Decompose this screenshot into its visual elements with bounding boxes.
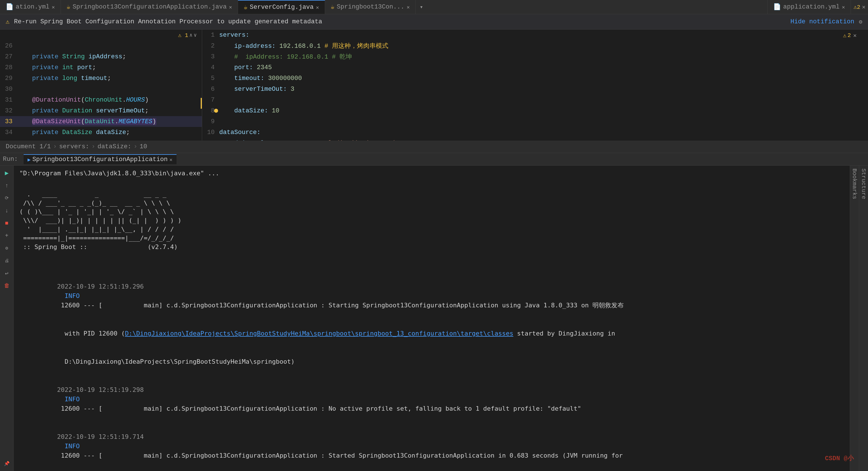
close-icon[interactable]: ✕ xyxy=(52,4,55,10)
settings-icon[interactable]: ✕ xyxy=(862,3,865,10)
console-spacer2 xyxy=(19,269,844,272)
tab-application-yml-right[interactable]: 📄 application.yml ✕ xyxy=(767,0,851,14)
run-settings-button[interactable]: ⚙ xyxy=(2,243,12,253)
log-line-3: 2022-10-19 12:51:19.714 INFO 12600 --- [… xyxy=(19,422,844,470)
yaml-line-1: 1 servers: xyxy=(202,30,868,40)
close-icon[interactable]: ✕ xyxy=(316,4,319,10)
log-level-1: INFO xyxy=(57,292,80,300)
tab-bar: 📄 ation.yml ✕ ☕ Springboot13Configuratio… xyxy=(0,0,868,14)
run-toolbar: ▶ ↑ ⟳ ↓ ■ + ⚙ 🖨 ↩ 🗑 📌 xyxy=(0,166,14,471)
csdn-watermark: CSDN @小 xyxy=(825,454,854,463)
console-output[interactable]: "D:\Program Files\Java\jdk1.8.0_333\bin\… xyxy=(14,166,850,471)
structure-panel: Structure xyxy=(859,166,868,471)
breadcrumb-part-1: Document 1/1 xyxy=(6,143,51,150)
console-spacer xyxy=(19,178,844,181)
code-line-35: 35 xyxy=(0,138,202,140)
spring-banner-art: . ____ _ __ _ _ /\\ / ___'_ __ _ _(_)_ _… xyxy=(19,190,844,252)
log-msg-2: 12600 --- [ main] c.d.Springboot13Config… xyxy=(57,405,581,412)
code-line-32: 32 private Duration serverTimeOut; xyxy=(0,105,202,116)
run-tab-icon: ▶ xyxy=(28,157,31,163)
log-level-2: INFO xyxy=(57,396,80,403)
breadcrumb-part-3: dataSize: xyxy=(97,143,131,150)
yaml-line-5: 5 timeout: 300000000 xyxy=(202,73,868,84)
close-icon[interactable]: ✕ xyxy=(229,4,232,10)
run-tab-bar: Run: ▶ Springboot13ConfigurationApplicat… xyxy=(0,153,868,166)
tab-application-yml-partial[interactable]: 📄 ation.yml ✕ xyxy=(0,0,61,14)
run-label: Run: xyxy=(3,156,23,163)
breadcrumb-sep-2: › xyxy=(91,143,95,150)
java-icon: ☕ xyxy=(244,3,247,11)
main-layout: 📄 ation.yml ✕ ☕ Springboot13Configuratio… xyxy=(0,0,868,471)
scroll-warning-marker xyxy=(201,98,202,109)
bottom-panel: Run: ▶ Springboot13ConfigurationApplicat… xyxy=(0,153,868,471)
run-rerun-button[interactable]: ⟳ xyxy=(2,193,12,203)
breadcrumb-sep-3: › xyxy=(133,143,137,150)
yaml-editor[interactable]: ⚠ 2 ✕ 1 servers: 2 ip-address: 192.168.0… xyxy=(202,30,868,140)
run-clear-button[interactable]: 🗑 xyxy=(2,281,12,291)
project-path-link[interactable]: D:\DingJiaxiong\IdeaProjects\SpringBootS… xyxy=(125,330,513,337)
run-back-button[interactable]: ↩ xyxy=(2,268,12,278)
yaml-line-9: 9 xyxy=(202,116,868,127)
bookmarks-label[interactable]: Bookmarks xyxy=(851,166,858,202)
code-line-29: 29 private long timeout; xyxy=(0,73,202,84)
log-date-3: 2022-10-19 12:51:19.714 xyxy=(57,433,144,440)
tab-server-config[interactable]: ☕ ServerConfig.java ✕ xyxy=(238,0,325,14)
warning-nav-up[interactable]: ∧ xyxy=(189,32,192,38)
code-line-28: 28 private int port; xyxy=(0,62,202,73)
code-line-27: 27 private String ipAddress; xyxy=(0,51,202,62)
run-scroll-up-button[interactable]: ↑ xyxy=(2,181,12,191)
tab-label: ation.yml xyxy=(16,3,50,10)
warning-icon: ⚠ xyxy=(843,32,846,39)
java-icon: ☕ xyxy=(331,3,335,11)
run-pin-button[interactable]: 📌 xyxy=(2,459,12,469)
notification-gear-icon[interactable]: ⚙ xyxy=(859,18,862,25)
tab-label: application.yml xyxy=(783,3,840,10)
close-icon[interactable]: ✕ xyxy=(842,4,845,10)
structure-label[interactable]: Structure xyxy=(860,166,867,202)
code-line-26: 26 xyxy=(0,40,202,51)
log-line-1c: D:\DingJiaxiong\IdeaProjects\SpringBootS… xyxy=(19,347,844,376)
tab-label: ServerConfig.java xyxy=(250,4,313,11)
yaml-line-4: 4 port: 2345 xyxy=(202,62,868,73)
notification-text: Re-run Spring Boot Configuration Annotat… xyxy=(14,18,786,25)
run-scroll-down-button[interactable]: ↓ xyxy=(2,206,12,216)
log-date-1: 2022-10-19 12:51:19.296 xyxy=(57,283,144,290)
yaml-line-2: 2 ip-address: 192.168.0.1 # 用这种，烤肉串模式 xyxy=(202,40,868,51)
tab-springboot-config[interactable]: ☕ Springboot13ConfigurationApplication.j… xyxy=(61,0,238,14)
breadcrumb-bar: Document 1/1 › servers: › dataSize: › 10 xyxy=(0,140,868,153)
yaml-lines: 1 servers: 2 ip-address: 192.168.0.1 # 用… xyxy=(202,30,868,140)
close-yaml-icon[interactable]: ✕ xyxy=(853,32,857,39)
breadcrumb-part-2: servers: xyxy=(59,143,89,150)
hide-notification-button[interactable]: Hide notification xyxy=(790,18,854,25)
yml-icon: 📄 xyxy=(6,3,13,11)
tab-overflow-menu[interactable]: ▾ xyxy=(416,0,427,14)
log-level-3: INFO xyxy=(57,443,80,450)
warning-count-badge: ⚠2 xyxy=(854,3,860,10)
run-play-button[interactable]: ▶ xyxy=(2,168,12,178)
tab-label: Springboot13ConfigurationApplication.jav… xyxy=(72,3,227,10)
code-line-34: 34 private DataSize dataSize; xyxy=(0,127,202,138)
warning-indicator: ⚠ 1 xyxy=(178,32,188,39)
line-dot-warning xyxy=(214,109,218,113)
code-line-30: 30 xyxy=(0,84,202,94)
warning-nav-down[interactable]: ∨ xyxy=(194,32,197,38)
breadcrumb-sep-1: › xyxy=(53,143,57,150)
yaml-line-11: 11 driverClassName: com.mysql.dingjiaxio… xyxy=(202,138,868,140)
run-tab-close[interactable]: ✕ xyxy=(169,157,173,163)
run-add-button[interactable]: + xyxy=(2,230,12,241)
yaml-line-10: 10 dataSource: xyxy=(202,127,868,138)
run-tab-springboot[interactable]: ▶ Springboot13ConfigurationApplication ✕ xyxy=(24,154,177,164)
run-stop-button[interactable]: ■ xyxy=(2,218,12,228)
run-print-button[interactable]: 🖨 xyxy=(2,256,12,266)
yaml-line-7: 7 xyxy=(202,94,868,105)
java-editor[interactable]: ⚠ 1 ∧ ∨ 26 27 private String ipAddress; xyxy=(0,30,202,140)
tab-springboot13con[interactable]: ☕ Springboot13Con... ✕ xyxy=(325,0,416,14)
yaml-line-3: 3 # ipAddress: 192.168.0.1 # 乾坤 xyxy=(202,51,868,62)
log-line-1: 2022-10-19 12:51:19.296 INFO 12600 --- [… xyxy=(19,272,844,319)
log-pid-1: 12600 --- [ main] c.d.Springboot13Config… xyxy=(57,302,624,309)
close-icon[interactable]: ✕ xyxy=(406,4,410,10)
java-command-line: "D:\Program Files\Java\jdk1.8.0_333\bin\… xyxy=(19,168,844,178)
notification-warning-icon: ⚠ xyxy=(6,18,9,26)
breadcrumb-part-4: 10 xyxy=(140,143,147,150)
editor-area: ⚠ 1 ∧ ∨ 26 27 private String ipAddress; xyxy=(0,30,868,140)
